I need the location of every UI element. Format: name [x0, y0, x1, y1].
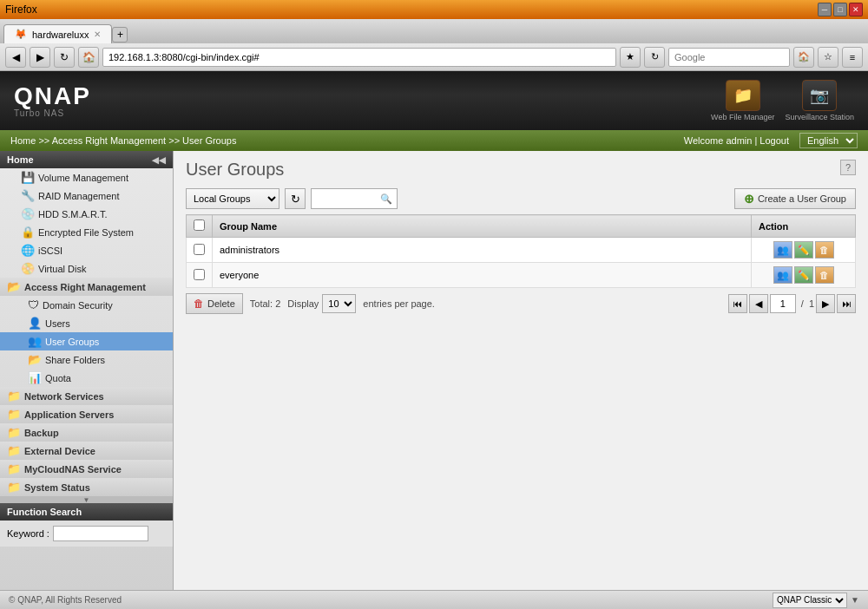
sidebar-item-domain-security[interactable]: 🛡 Domain Security — [0, 296, 173, 314]
search-wrap: 🔍 — [311, 188, 398, 209]
delete-group-button[interactable]: 🗑 — [815, 241, 834, 259]
sidebar-item-encrypted-file-system[interactable]: 🔒 Encrypted File System — [0, 223, 173, 241]
iscsi-icon: 🌐 — [21, 244, 35, 257]
web-file-manager-label: Web File Manager — [711, 113, 774, 121]
sidebar-home-label: Home — [7, 154, 34, 165]
browser-tab[interactable]: 🦊 hardwareluxx ✕ — [3, 24, 112, 43]
sidebar-item-label: Quota — [45, 373, 71, 383]
delete-group-button[interactable]: 🗑 — [815, 266, 834, 284]
sidebar-group-label: Access Right Management — [24, 282, 146, 292]
page-title: User Groups — [186, 160, 284, 180]
group-name-value: administrators — [220, 245, 279, 255]
sidebar-item-label: User Groups — [45, 337, 99, 347]
sidebar-item-virtual-disk[interactable]: 📀 Virtual Disk — [0, 259, 173, 278]
sidebar-item-raid-management[interactable]: 🔧 RAID Management — [0, 187, 173, 205]
app-footer: © QNAP, All Rights Reserved QNAP Classic… — [0, 590, 868, 609]
menu-button[interactable]: ≡ — [842, 47, 863, 68]
group-name-cell: everyone — [213, 263, 752, 288]
prev-page-button[interactable]: ◀ — [749, 294, 768, 313]
maximize-button[interactable]: □ — [833, 3, 847, 16]
sidebar-item-users[interactable]: 👤 Users — [0, 314, 173, 332]
external-device-group-icon: 📁 — [7, 444, 21, 457]
delete-icon: 🗑 — [194, 298, 204, 310]
edit-permissions-button[interactable]: ✏️ — [794, 241, 813, 259]
copyright-text: © QNAP, All Rights Reserved — [9, 595, 122, 605]
help-button[interactable]: ? — [840, 160, 856, 175]
sidebar-header: Home ◀◀ — [0, 151, 173, 168]
view-members-button[interactable]: 👥 — [773, 241, 792, 259]
tab-label: hardwareluxx — [32, 29, 89, 40]
web-file-manager-button[interactable]: 📁 Web File Manager — [711, 80, 774, 121]
breadcrumb-right: Welcome admin | Logout English — [684, 133, 858, 148]
sidebar-group-backup[interactable]: 📁 Backup — [0, 423, 173, 442]
sidebar-group-application-servers[interactable]: 📁 Application Servers — [0, 405, 173, 423]
sidebar-item-quota[interactable]: 📊 Quota — [0, 369, 173, 387]
row-checkbox[interactable] — [194, 244, 205, 255]
next-page-button[interactable]: ▶ — [816, 294, 835, 313]
col-header-group-name: Group Name — [213, 215, 752, 238]
action-buttons: 👥 ✏️ 🗑 — [759, 241, 848, 259]
sidebar-scroll-down[interactable]: ▼ — [0, 496, 173, 503]
col-header-action: Action — [752, 215, 856, 238]
display-count-select[interactable]: 10 20 50 — [322, 294, 356, 313]
sidebar-item-hdd-smart[interactable]: 💿 HDD S.M.A.R.T. — [0, 205, 173, 223]
sidebar-group-system-status[interactable]: 📁 System Status — [0, 478, 173, 496]
user-groups-table: Group Name Action administrators — [186, 214, 856, 288]
row-checkbox[interactable] — [194, 269, 205, 280]
home-nav-button[interactable]: 🏠 — [78, 47, 99, 68]
new-tab-button[interactable]: + — [112, 27, 128, 43]
address-bar[interactable] — [102, 48, 616, 67]
hdd-smart-icon: 💿 — [21, 207, 35, 220]
domain-security-icon: 🛡 — [28, 298, 39, 311]
refresh-list-button[interactable]: ↻ — [285, 188, 306, 209]
home-icon-button[interactable]: 🏠 — [793, 47, 814, 68]
theme-selector: QNAP Classic ▼ — [773, 593, 859, 608]
last-page-button[interactable]: ⏭ — [837, 294, 856, 313]
col-header-checkbox — [187, 215, 213, 238]
keyword-input[interactable] — [53, 526, 148, 541]
sidebar-group-external-device[interactable]: 📁 External Device — [0, 442, 173, 460]
tab-close-icon[interactable]: ✕ — [94, 29, 101, 39]
refresh-button[interactable]: ↻ — [54, 47, 75, 68]
forward-button[interactable]: ▶ — [30, 47, 50, 68]
sidebar-collapse-button[interactable]: ◀◀ — [152, 155, 166, 165]
view-members-button[interactable]: 👥 — [773, 266, 792, 284]
sidebar-item-label: Share Folders — [45, 355, 105, 365]
theme-select[interactable]: QNAP Classic — [773, 593, 847, 608]
sidebar-group-access-right[interactable]: 📂 Access Right Management — [0, 278, 173, 296]
page-number-input[interactable] — [770, 294, 796, 313]
qnap-logo-sub: Turbo NAS — [14, 108, 91, 118]
browser-search-input[interactable] — [668, 48, 790, 67]
create-group-button[interactable]: ⊕ Create a User Group — [734, 188, 856, 209]
bookmark-button[interactable]: ☆ — [818, 47, 838, 68]
sidebar-item-volume-management[interactable]: 💾 Volume Management — [0, 168, 173, 187]
back-button[interactable]: ◀ — [5, 47, 26, 68]
language-select[interactable]: English — [799, 133, 858, 148]
breadcrumb-bar: Home >> Access Right Management >> User … — [0, 130, 868, 151]
group-filter-select[interactable]: Local Groups Domain Groups — [186, 188, 279, 209]
first-page-button[interactable]: ⏮ — [728, 294, 747, 313]
page-title-row: User Groups ? — [186, 160, 856, 180]
edit-permissions-button[interactable]: ✏️ — [794, 266, 813, 284]
encrypted-file-system-icon: 🔒 — [21, 226, 35, 239]
reload-button[interactable]: ↻ — [644, 47, 665, 68]
sidebar-item-label: Virtual Disk — [38, 264, 86, 274]
sidebar-group-mycloudnas[interactable]: 📁 MyCloudNAS Service — [0, 460, 173, 478]
select-all-checkbox[interactable] — [194, 219, 205, 231]
pagination-row: 🗑 Delete Total: 2 Display 10 20 50 entri… — [186, 293, 856, 314]
plus-icon: ⊕ — [744, 192, 754, 206]
row-checkbox-cell — [187, 263, 213, 288]
sidebar-item-user-groups[interactable]: 👥 User Groups — [0, 332, 173, 350]
sidebar-group-network-services[interactable]: 📁 Network Services — [0, 387, 173, 405]
sidebar-item-label: Volume Management — [38, 173, 128, 183]
sidebar-item-share-folders[interactable]: 📂 Share Folders — [0, 350, 173, 369]
sidebar-item-iscsi[interactable]: 🌐 iSCSI — [0, 241, 173, 259]
group-name-value: everyone — [220, 270, 259, 280]
minimize-button[interactable]: ─ — [818, 3, 832, 16]
close-button[interactable]: ✕ — [849, 3, 863, 16]
surveillance-station-button[interactable]: 📷 Surveillance Station — [785, 80, 854, 121]
header-right: 📁 Web File Manager 📷 Surveillance Statio… — [711, 80, 854, 121]
quota-icon: 📊 — [28, 371, 42, 384]
star-button[interactable]: ★ — [620, 47, 641, 68]
delete-button[interactable]: 🗑 Delete — [186, 293, 243, 314]
